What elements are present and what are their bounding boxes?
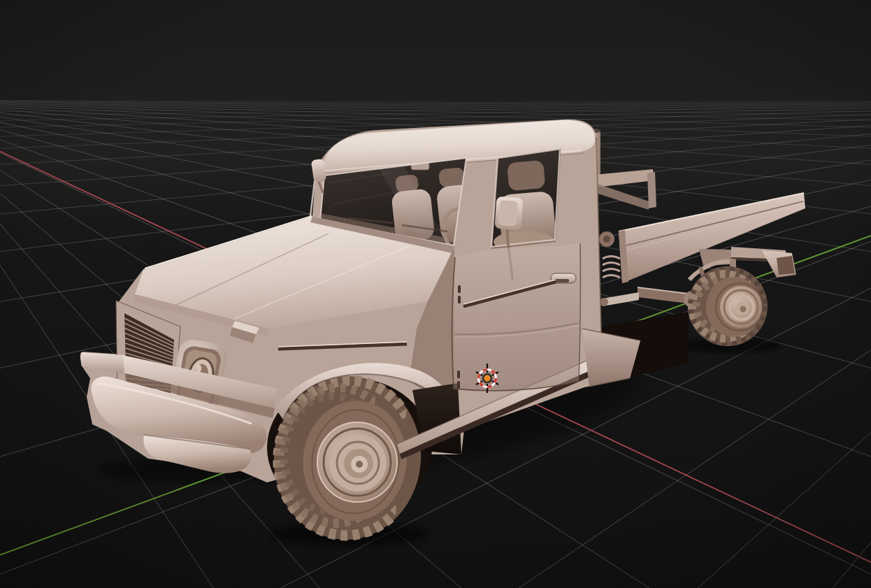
- rear-overhang-face: [777, 256, 795, 275]
- door-handle-recess: [554, 279, 569, 282]
- passenger-headrest: [438, 167, 466, 188]
- door-panel: [452, 243, 580, 391]
- hinge-pin: [458, 285, 461, 293]
- rear-wheel: [688, 266, 768, 346]
- front-hub-cap: [356, 461, 363, 468]
- rear-hub-cap: [740, 306, 747, 313]
- hinge-pin: [458, 296, 461, 303]
- cursor-center-dot: [484, 375, 490, 381]
- chassis-drum-hub: [603, 236, 610, 243]
- hinge-pin: [457, 371, 460, 378]
- seat-headrest-side: [507, 160, 545, 191]
- mirror-face: [498, 200, 518, 227]
- hinge-pin: [457, 381, 460, 389]
- 3d-viewport[interactable]: [0, 0, 871, 588]
